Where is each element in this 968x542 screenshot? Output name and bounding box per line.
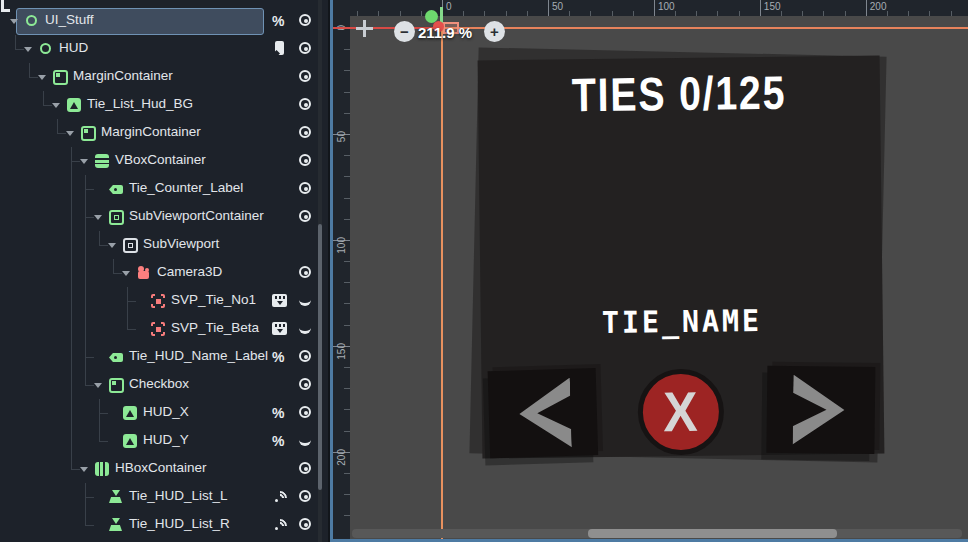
selection-frame-icon: [150, 293, 166, 309]
collapse-chevron-icon[interactable]: [80, 159, 88, 164]
node-label: HBoxContainer: [115, 460, 207, 475]
tree-row-tie_hud_name_label[interactable]: Tie_HUD_Name_Label%: [0, 343, 330, 371]
ruler-label: 100: [658, 1, 675, 12]
tree-row-svp_tie_no1[interactable]: SVP_Tie_No1: [0, 287, 330, 315]
signal-icon[interactable]: [272, 489, 290, 505]
viewport-focus-border: [330, 0, 333, 542]
tree-scrollbar[interactable]: [318, 0, 322, 542]
2d-viewport[interactable]: TIES 0/125 TIE_NAME X 050100150200 05010…: [330, 0, 968, 542]
unique-name-icon[interactable]: %: [272, 13, 290, 29]
viewport-hscrollbar[interactable]: [352, 529, 962, 538]
zoom-value[interactable]: 211.9 %: [414, 24, 476, 41]
visibility-eye-icon[interactable]: [298, 181, 316, 197]
visibility-closed-icon[interactable]: [298, 293, 316, 309]
zoom-out-button[interactable]: −: [394, 21, 415, 42]
tree-row-vboxcontainer[interactable]: VBoxContainer: [0, 147, 330, 175]
collapse-chevron-icon[interactable]: [10, 19, 18, 24]
visibility-eye-icon[interactable]: [298, 265, 316, 281]
zoom-in-button[interactable]: +: [484, 21, 505, 42]
tree-row-tie_list_hud_bg[interactable]: Tie_List_Hud_BG: [0, 91, 330, 119]
node-label: HUD_Y: [143, 432, 189, 447]
collapse-chevron-icon[interactable]: [94, 215, 102, 220]
chevron-right-icon: [792, 374, 849, 445]
label-icon: [108, 349, 124, 365]
visibility-eye-icon[interactable]: [298, 461, 316, 477]
tree-row-margincontainer[interactable]: MarginContainer: [0, 119, 330, 147]
unique-name-icon[interactable]: %: [272, 405, 290, 421]
collapse-chevron-icon[interactable]: [66, 131, 74, 136]
tree-scrollbar-thumb[interactable]: [318, 224, 322, 490]
collapse-chevron-icon[interactable]: [38, 75, 46, 80]
vbox-container-icon: [94, 153, 110, 169]
signal-icon[interactable]: [272, 517, 290, 533]
tree-row-hud_x[interactable]: HUD_X%: [0, 399, 330, 427]
visibility-eye-icon[interactable]: [298, 69, 316, 85]
collapse-chevron-icon[interactable]: [52, 103, 60, 108]
ruler-label: 100: [336, 237, 347, 254]
tree-row-hud_y[interactable]: HUD_Y%: [0, 427, 330, 455]
script-icon[interactable]: [272, 41, 290, 57]
tree-row-tie_hud_list_l[interactable]: Tie_HUD_List_L: [0, 483, 330, 511]
node-label: UI_Stuff: [45, 12, 94, 27]
collapse-chevron-icon[interactable]: [80, 467, 88, 472]
unique-name-icon[interactable]: %: [272, 433, 290, 449]
tree-row-subviewportcontainer[interactable]: SubViewportContainer: [0, 203, 330, 231]
visibility-eye-icon[interactable]: [298, 41, 316, 57]
visibility-eye-icon[interactable]: [298, 153, 316, 169]
tree-row-margincontainer[interactable]: MarginContainer: [0, 63, 330, 91]
visibility-closed-icon[interactable]: [298, 321, 316, 337]
tree-row-tie_hud_list_r[interactable]: Tie_HUD_List_R: [0, 511, 330, 539]
ruler-label: 0: [446, 1, 452, 12]
visibility-closed-icon[interactable]: [298, 433, 316, 449]
collapse-chevron-icon[interactable]: [122, 271, 130, 276]
pan-gizmo-icon[interactable]: [356, 20, 373, 37]
tree-row-camera3d[interactable]: Camera3D: [0, 259, 330, 287]
tree-row-checkbox[interactable]: Checkbox: [0, 371, 330, 399]
ruler-label: 50: [552, 1, 563, 12]
viewport-hscrollbar-thumb[interactable]: [588, 529, 837, 538]
visibility-eye-icon[interactable]: [298, 209, 316, 225]
tree-row-ui_stuff[interactable]: UI_Stuff%: [0, 7, 330, 35]
close-button[interactable]: X: [637, 368, 724, 455]
node-label: Camera3D: [157, 264, 222, 279]
unique-name-icon[interactable]: %: [272, 349, 290, 365]
visibility-eye-icon[interactable]: [298, 489, 316, 505]
node-label: SubViewport: [143, 236, 219, 251]
node-label: HUD_X: [143, 404, 189, 419]
tree-row-tie_counter_label[interactable]: Tie_Counter_Label: [0, 175, 330, 203]
visibility-eye-icon[interactable]: [298, 517, 316, 533]
next-tie-button[interactable]: [766, 366, 875, 454]
visibility-eye-icon[interactable]: [298, 349, 316, 365]
margin-container-icon: [108, 377, 124, 393]
x-axis-line: [441, 27, 968, 29]
film-icon[interactable]: [272, 293, 290, 309]
hud-card[interactable]: TIES 0/125 TIE_NAME X: [478, 56, 885, 459]
node-label: MarginContainer: [73, 68, 173, 83]
tree-row-hud[interactable]: HUD: [0, 35, 330, 63]
godot-editor: UI_Stuff%HUDMarginContainerTie_List_Hud_…: [0, 0, 968, 542]
tree-row-svp_tie_beta[interactable]: SVP_Tie_Beta: [0, 315, 330, 343]
collapse-chevron-icon[interactable]: [94, 383, 102, 388]
collapse-chevron-icon[interactable]: [108, 243, 116, 248]
visibility-eye-icon[interactable]: [298, 377, 316, 393]
node-label: VBoxContainer: [115, 152, 206, 167]
visibility-eye-icon[interactable]: [298, 405, 316, 421]
visibility-eye-icon[interactable]: [298, 125, 316, 141]
visibility-eye-icon[interactable]: [298, 97, 316, 113]
tree-row-subviewport[interactable]: SubViewport: [0, 231, 330, 259]
hbox-container-icon: [94, 461, 110, 477]
ruler-label: 200: [336, 449, 347, 466]
prev-tie-button[interactable]: [488, 368, 599, 458]
tree-row-hboxcontainer[interactable]: HBoxContainer: [0, 455, 330, 483]
visibility-eye-icon[interactable]: [298, 13, 316, 29]
tie-name-text: TIE_NAME: [491, 302, 873, 342]
selection-frame-icon: [150, 321, 166, 337]
collapse-chevron-icon[interactable]: [24, 47, 32, 52]
node-label: SubViewportContainer: [129, 208, 264, 223]
node-icon: [38, 41, 54, 57]
tie-counter-text: TIES 0/125: [510, 64, 848, 123]
node-label: Tie_HUD_List_R: [129, 516, 230, 531]
ruler-label: 200: [870, 1, 887, 12]
film-icon[interactable]: [272, 321, 290, 337]
texture-rect-icon: [66, 97, 82, 113]
